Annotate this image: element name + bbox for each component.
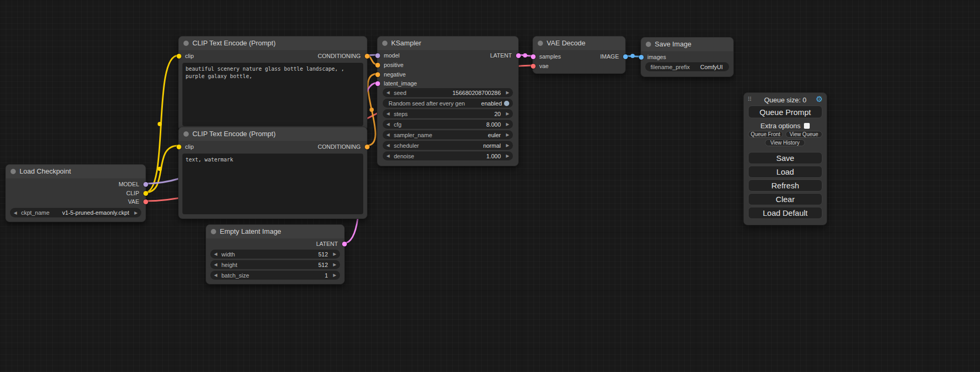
increment-arrow-icon[interactable]: ▶ [331, 250, 336, 259]
collapse-dot[interactable] [211, 229, 216, 234]
decrement-arrow-icon[interactable]: ◀ [386, 130, 392, 139]
view-history-button[interactable]: View History [765, 139, 805, 146]
widget-random-seed-toggle[interactable]: Random seed after every gen enabled [383, 99, 513, 108]
clear-button[interactable]: Clear [748, 193, 822, 205]
widget-name: filename_prefix [651, 64, 690, 70]
output-slot-conditioning[interactable] [365, 54, 370, 59]
collapse-dot[interactable] [183, 41, 189, 46]
widget-batch-size[interactable]: ◀ batch_size 1 ▶ [210, 271, 340, 280]
node-canvas[interactable]: Load Checkpoint MODEL CLIP VAE ◀ ckpt_na… [0, 0, 980, 372]
node-title-bar[interactable]: Load Checkpoint [6, 165, 145, 178]
increment-arrow-icon[interactable]: ▶ [331, 271, 336, 280]
load-button[interactable]: Load [748, 166, 822, 178]
widget-scheduler[interactable]: ◀ scheduler normal ▶ [383, 141, 513, 150]
output-slot-model[interactable] [143, 182, 148, 187]
node-title-bar[interactable]: Save Image [641, 37, 733, 51]
widget-name: seed [394, 90, 406, 96]
input-slot-negative[interactable] [375, 72, 380, 77]
decrement-arrow-icon[interactable]: ◀ [386, 88, 392, 97]
node-empty-latent-image[interactable]: Empty Latent Image LATENT ◀ width 512 ▶ … [206, 224, 345, 284]
node-ksampler[interactable]: KSampler model LATENT positive negative … [377, 36, 519, 166]
toggle-knob[interactable] [504, 101, 509, 106]
slot-row: images [641, 53, 733, 61]
decrement-arrow-icon[interactable]: ◀ [214, 271, 220, 280]
extra-options-label: Extra options [761, 122, 801, 130]
increment-arrow-icon[interactable]: ▶ [503, 88, 509, 97]
widget-steps[interactable]: ◀ steps 20 ▶ [383, 109, 513, 118]
widget-denoise[interactable]: ◀ denoise 1.000 ▶ [383, 151, 513, 160]
node-title-bar[interactable]: CLIP Text Encode (Prompt) [179, 127, 367, 141]
node-vae-decode[interactable]: VAE Decode samples IMAGE vae [532, 36, 626, 74]
output-label: MODEL [119, 180, 139, 188]
input-slot-images[interactable] [639, 55, 644, 60]
widget-height[interactable]: ◀ height 512 ▶ [210, 260, 340, 269]
input-slot-latent-image[interactable] [375, 81, 380, 86]
decrement-arrow-icon[interactable]: ◀ [386, 120, 392, 129]
node-title-bar[interactable]: Empty Latent Image [206, 225, 344, 239]
load-default-button[interactable]: Load Default [748, 207, 822, 219]
output-slot-latent[interactable] [516, 53, 521, 58]
output-slot-clip[interactable] [143, 191, 148, 196]
node-clip-text-encode-positive[interactable]: CLIP Text Encode (Prompt) clip CONDITION… [178, 36, 367, 131]
collapse-dot[interactable] [183, 131, 189, 137]
slot-row: model LATENT [377, 51, 518, 60]
decrement-arrow-icon[interactable]: ◀ [386, 151, 392, 160]
refresh-button[interactable]: Refresh [748, 179, 822, 192]
increment-arrow-icon[interactable]: ▶ [503, 151, 509, 160]
widget-value: 512 [237, 262, 328, 268]
widget-cfg[interactable]: ◀ cfg 8.000 ▶ [383, 120, 513, 129]
node-load-checkpoint[interactable]: Load Checkpoint MODEL CLIP VAE ◀ ckpt_na… [5, 164, 146, 222]
view-queue-button[interactable]: View Queue [785, 131, 822, 138]
collapse-dot[interactable] [11, 169, 16, 174]
output-slot-latent[interactable] [342, 242, 347, 246]
input-slot-samples[interactable] [531, 54, 536, 59]
queue-front-button[interactable]: Queue Front [748, 131, 783, 138]
output-slot-vae[interactable] [143, 199, 148, 204]
output-slot-row: LATENT [206, 240, 344, 248]
node-title-bar[interactable]: CLIP Text Encode (Prompt) [179, 36, 367, 50]
increment-arrow-icon[interactable]: ▶ [503, 120, 509, 129]
save-button[interactable]: Save [748, 152, 822, 164]
settings-gear-icon[interactable]: ⚙ [816, 94, 823, 104]
increment-arrow-icon[interactable]: ▶ [503, 130, 509, 139]
decrement-arrow-icon[interactable]: ◀ [14, 208, 20, 217]
collapse-dot[interactable] [382, 41, 387, 46]
node-save-image[interactable]: Save Image images filename_prefix ComfyU… [641, 37, 734, 77]
widget-sampler-name[interactable]: ◀ sampler_name euler ▶ [383, 130, 513, 139]
output-label: CONDITIONING [318, 142, 361, 151]
slot-row: latent_image [377, 79, 518, 88]
extra-options-checkbox[interactable] [804, 123, 810, 129]
input-slot-vae[interactable] [531, 64, 536, 69]
widget-width[interactable]: ◀ width 512 ▶ [210, 250, 340, 259]
prompt-textarea[interactable]: beautiful scenery nature glass bottle la… [182, 63, 363, 126]
decrement-arrow-icon[interactable]: ◀ [386, 141, 392, 150]
prompt-textarea[interactable]: text, watermark [182, 154, 363, 214]
widget-value: 156680208700286 [406, 90, 501, 96]
widget-filename-prefix[interactable]: filename_prefix ComfyUI [645, 62, 729, 71]
increment-arrow-icon[interactable]: ▶ [331, 260, 336, 269]
output-slot-image[interactable] [623, 54, 628, 59]
node-clip-text-encode-negative[interactable]: CLIP Text Encode (Prompt) clip CONDITION… [178, 127, 367, 219]
input-slot-clip[interactable] [177, 54, 181, 59]
widget-name: width [221, 251, 235, 257]
widget-ckpt-name[interactable]: ◀ ckpt_name v1-5-pruned-emaonly.ckpt ▶ [10, 208, 141, 217]
output-slot-conditioning[interactable] [365, 145, 370, 149]
increment-arrow-icon[interactable]: ▶ [132, 208, 138, 217]
decrement-arrow-icon[interactable]: ◀ [214, 250, 220, 259]
collapse-dot[interactable] [646, 42, 651, 47]
collapse-dot[interactable] [538, 41, 543, 46]
decrement-arrow-icon[interactable]: ◀ [214, 260, 220, 269]
increment-arrow-icon[interactable]: ▶ [503, 109, 509, 118]
output-slot-row: CLIP [6, 189, 145, 197]
input-slot-clip[interactable] [177, 145, 181, 149]
output-label: CONDITIONING [318, 51, 361, 61]
input-label: latent_image [384, 79, 417, 88]
increment-arrow-icon[interactable]: ▶ [503, 141, 509, 150]
widget-seed[interactable]: ◀ seed 156680208700286 ▶ [383, 88, 513, 97]
decrement-arrow-icon[interactable]: ◀ [386, 109, 392, 118]
node-title-bar[interactable]: KSampler [377, 36, 518, 50]
input-slot-positive[interactable] [375, 63, 380, 68]
node-title-bar[interactable]: VAE Decode [533, 36, 625, 50]
queue-prompt-button[interactable]: Queue Prompt [748, 106, 822, 118]
input-slot-model[interactable] [375, 53, 380, 58]
